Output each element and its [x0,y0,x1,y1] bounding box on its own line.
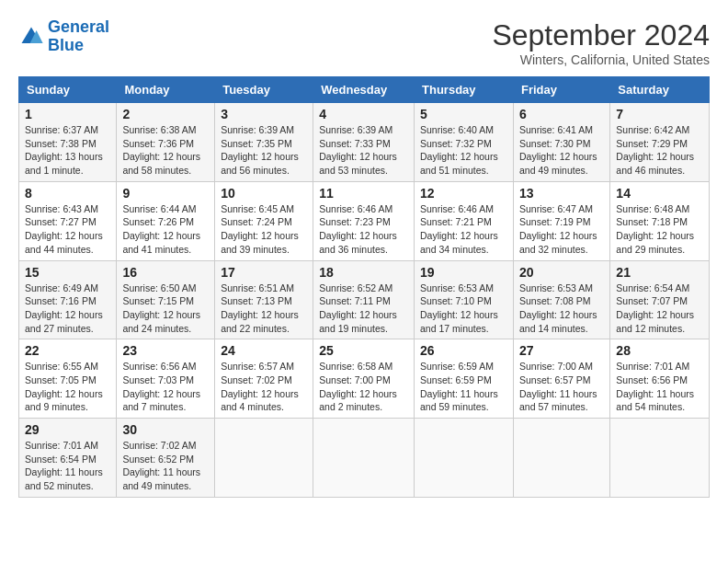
sunset-text: Sunset: 7:07 PM [616,294,703,308]
logo-line1: General [48,17,109,36]
day-info: Sunrise: 6:53 AM Sunset: 7:10 PM Dayligh… [420,282,507,336]
day-number: 23 [122,343,209,358]
daylight-text: Daylight: 12 hours and 41 minutes. [122,229,209,256]
day-number: 17 [221,265,307,280]
sunset-text: Sunset: 7:26 PM [122,215,209,229]
day-number: 8 [25,186,110,201]
sunset-text: Sunset: 7:23 PM [319,215,408,229]
sunset-text: Sunset: 7:35 PM [221,137,307,151]
daylight-text: Daylight: 12 hours and 22 minutes. [221,308,307,335]
day-info: Sunrise: 6:48 AM Sunset: 7:18 PM Dayligh… [616,202,703,257]
day-info: Sunrise: 6:41 AM Sunset: 7:30 PM Dayligh… [519,123,604,178]
calendar-week-row: 8 Sunrise: 6:43 AM Sunset: 7:27 PM Dayli… [19,181,710,260]
day-info: Sunrise: 6:46 AM Sunset: 7:21 PM Dayligh… [420,202,507,257]
daylight-text: Daylight: 12 hours and 7 minutes. [122,387,209,414]
daylight-text: Daylight: 12 hours and 44 minutes. [25,229,110,256]
calendar-table: SundayMondayTuesdayWednesdayThursdayFrid… [18,76,710,498]
sunrise-text: Sunrise: 6:43 AM [25,202,110,216]
calendar-cell: 21 Sunrise: 6:54 AM Sunset: 7:07 PM Dayl… [610,260,710,339]
sunrise-text: Sunrise: 6:40 AM [420,123,507,137]
weekday-header-sunday: Sunday [19,77,117,103]
logo: General Blue [18,18,109,55]
daylight-text: Daylight: 12 hours and 56 minutes. [221,150,307,177]
daylight-text: Daylight: 12 hours and 46 minutes. [616,150,703,177]
daylight-text: Daylight: 11 hours and 57 minutes. [519,387,604,414]
day-number: 28 [616,343,703,358]
weekday-header-monday: Monday [117,77,215,103]
day-number: 18 [319,265,408,280]
daylight-text: Daylight: 12 hours and 51 minutes. [420,150,507,177]
sunrise-text: Sunrise: 6:48 AM [616,202,703,216]
sunset-text: Sunset: 7:08 PM [519,294,604,308]
calendar-week-row: 1 Sunrise: 6:37 AM Sunset: 7:38 PM Dayli… [19,103,710,182]
sunrise-text: Sunrise: 7:00 AM [519,360,604,373]
sunrise-text: Sunrise: 6:57 AM [221,360,307,373]
calendar-cell: 27 Sunrise: 7:00 AM Sunset: 6:57 PM Dayl… [513,339,609,419]
day-number: 22 [25,343,110,358]
day-info: Sunrise: 7:01 AM Sunset: 6:54 PM Dayligh… [25,439,110,493]
sunset-text: Sunset: 7:03 PM [122,373,209,387]
day-number: 5 [420,107,507,121]
sunset-text: Sunset: 7:13 PM [221,294,307,308]
day-number: 10 [221,186,307,201]
sunrise-text: Sunrise: 6:46 AM [319,202,408,216]
sunset-text: Sunset: 7:05 PM [25,373,110,387]
calendar-cell: 13 Sunrise: 6:47 AM Sunset: 7:19 PM Dayl… [513,181,609,260]
daylight-text: Daylight: 12 hours and 27 minutes. [25,308,110,335]
calendar-cell: 19 Sunrise: 6:53 AM Sunset: 7:10 PM Dayl… [415,260,514,339]
sunrise-text: Sunrise: 6:51 AM [221,282,307,295]
calendar-cell [610,419,710,498]
day-number: 27 [519,343,604,358]
sunrise-text: Sunrise: 7:02 AM [122,439,209,453]
day-number: 19 [420,265,507,280]
calendar-cell: 30 Sunrise: 7:02 AM Sunset: 6:52 PM Dayl… [117,419,215,498]
calendar-cell: 18 Sunrise: 6:52 AM Sunset: 7:11 PM Dayl… [313,260,415,339]
calendar-cell: 9 Sunrise: 6:44 AM Sunset: 7:26 PM Dayli… [117,181,215,260]
calendar-cell: 29 Sunrise: 7:01 AM Sunset: 6:54 PM Dayl… [19,419,117,498]
sunset-text: Sunset: 7:15 PM [122,294,209,308]
calendar-cell: 26 Sunrise: 6:59 AM Sunset: 6:59 PM Dayl… [415,339,514,419]
day-number: 2 [122,107,209,121]
day-info: Sunrise: 6:38 AM Sunset: 7:36 PM Dayligh… [122,123,209,178]
sunrise-text: Sunrise: 6:45 AM [221,202,307,216]
calendar-cell: 16 Sunrise: 6:50 AM Sunset: 7:15 PM Dayl… [117,260,215,339]
sunrise-text: Sunrise: 6:37 AM [25,123,110,137]
day-info: Sunrise: 6:42 AM Sunset: 7:29 PM Dayligh… [616,123,703,178]
day-info: Sunrise: 6:50 AM Sunset: 7:15 PM Dayligh… [122,282,209,336]
weekday-header-thursday: Thursday [415,77,514,103]
sunrise-text: Sunrise: 6:42 AM [616,123,703,137]
sunset-text: Sunset: 7:33 PM [319,137,408,151]
weekday-header-wednesday: Wednesday [313,77,415,103]
sunrise-text: Sunrise: 6:46 AM [420,202,507,216]
day-info: Sunrise: 6:59 AM Sunset: 6:59 PM Dayligh… [420,360,507,414]
daylight-text: Daylight: 12 hours and 34 minutes. [420,229,507,256]
sunrise-text: Sunrise: 6:52 AM [319,282,408,295]
day-info: Sunrise: 7:00 AM Sunset: 6:57 PM Dayligh… [519,360,604,414]
sunrise-text: Sunrise: 6:53 AM [420,282,507,295]
daylight-text: Daylight: 12 hours and 12 minutes. [616,308,703,335]
sunrise-text: Sunrise: 6:38 AM [122,123,209,137]
day-info: Sunrise: 6:47 AM Sunset: 7:19 PM Dayligh… [519,202,604,257]
sunset-text: Sunset: 7:19 PM [519,215,604,229]
calendar-cell: 20 Sunrise: 6:53 AM Sunset: 7:08 PM Dayl… [513,260,609,339]
calendar-week-row: 15 Sunrise: 6:49 AM Sunset: 7:16 PM Dayl… [19,260,710,339]
logo-icon [18,24,44,50]
sunset-text: Sunset: 6:56 PM [616,373,703,387]
day-info: Sunrise: 6:56 AM Sunset: 7:03 PM Dayligh… [122,360,209,414]
daylight-text: Daylight: 12 hours and 29 minutes. [616,229,703,256]
sunrise-text: Sunrise: 6:59 AM [420,360,507,373]
day-info: Sunrise: 6:43 AM Sunset: 7:27 PM Dayligh… [25,202,110,257]
calendar-cell: 3 Sunrise: 6:39 AM Sunset: 7:35 PM Dayli… [215,103,313,182]
sunset-text: Sunset: 7:10 PM [420,294,507,308]
weekday-header-saturday: Saturday [610,77,710,103]
day-info: Sunrise: 6:54 AM Sunset: 7:07 PM Dayligh… [616,282,703,336]
sunset-text: Sunset: 7:00 PM [319,373,408,387]
calendar-cell: 2 Sunrise: 6:38 AM Sunset: 7:36 PM Dayli… [117,103,215,182]
day-number: 7 [616,107,703,121]
calendar-cell [513,419,609,498]
sunset-text: Sunset: 7:24 PM [221,215,307,229]
sunrise-text: Sunrise: 6:39 AM [319,123,408,137]
sunset-text: Sunset: 7:38 PM [25,137,110,151]
day-info: Sunrise: 6:37 AM Sunset: 7:38 PM Dayligh… [25,123,110,178]
daylight-text: Daylight: 12 hours and 17 minutes. [420,308,507,335]
